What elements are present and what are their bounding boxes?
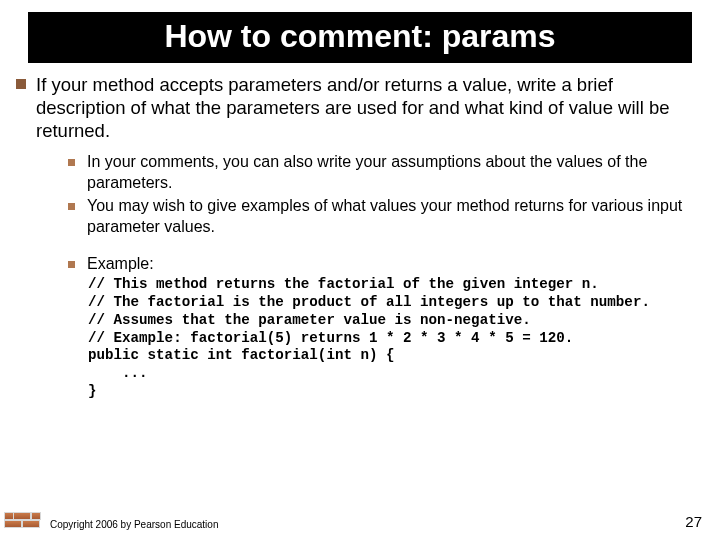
- square-bullet-icon: [68, 159, 75, 166]
- sub-bullet-row: In your comments, you can also write you…: [68, 152, 690, 194]
- main-bullet-row: If your method accepts parameters and/or…: [30, 73, 690, 142]
- slide-footer: Copyright 2006 by Pearson Education 27: [0, 500, 720, 530]
- sub-bullet-text: In your comments, you can also write you…: [87, 152, 690, 194]
- slide-content: If your method accepts parameters and/or…: [0, 73, 720, 401]
- sub-bullet-text: Example:: [87, 254, 154, 275]
- code-example: // This method returns the factorial of …: [88, 276, 690, 400]
- sub-bullet-row: You may wish to give examples of what va…: [68, 196, 690, 238]
- page-number: 27: [685, 513, 702, 530]
- slide-title: How to comment: params: [28, 12, 692, 63]
- sub-bullet-text: You may wish to give examples of what va…: [87, 196, 690, 238]
- square-bullet-icon: [68, 261, 75, 268]
- main-bullet-text: If your method accepts parameters and/or…: [36, 73, 690, 142]
- brick-decoration-icon: [2, 500, 40, 530]
- copyright-text: Copyright 2006 by Pearson Education: [50, 519, 685, 530]
- square-bullet-icon: [16, 79, 26, 89]
- square-bullet-icon: [68, 203, 75, 210]
- sub-bullet-row: Example:: [68, 254, 690, 275]
- sub-bullet-list: In your comments, you can also write you…: [68, 152, 690, 274]
